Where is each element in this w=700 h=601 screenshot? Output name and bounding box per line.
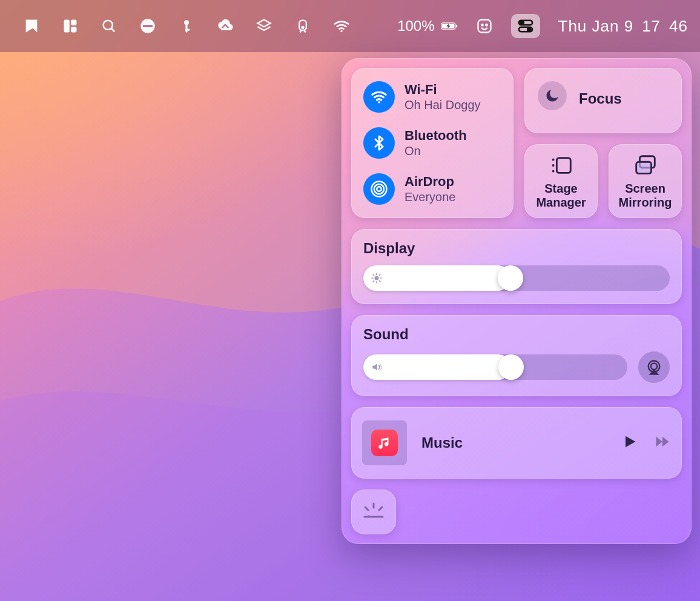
svg-point-25 <box>374 184 384 194</box>
screen-mirroring-button[interactable]: ScreenMirroring <box>609 144 682 218</box>
svg-point-28 <box>552 164 554 167</box>
sound-slider[interactable] <box>363 354 627 380</box>
stage-manager-button[interactable]: StageManager <box>524 144 598 218</box>
cloud-arrow-icon[interactable] <box>217 18 234 35</box>
brightness-icon <box>371 272 383 284</box>
screen-mirroring-icon <box>633 153 658 178</box>
menu-bar: 100% Thu Jan 9 17 46 <box>0 0 700 52</box>
battery-percent: 100% <box>397 18 434 35</box>
svg-point-18 <box>486 24 487 26</box>
svg-rect-1 <box>71 20 76 25</box>
svg-line-46 <box>379 507 382 510</box>
sound-label: Sound <box>363 326 670 343</box>
menu-date: Thu Jan 9 <box>558 17 634 36</box>
keyboard-brightness-icon <box>360 499 387 525</box>
search-icon[interactable] <box>101 18 117 35</box>
svg-line-41 <box>379 274 380 276</box>
svg-rect-30 <box>556 158 570 173</box>
airplay-icon <box>646 359 662 376</box>
focus-label: Focus <box>579 90 622 107</box>
svg-point-17 <box>481 24 483 26</box>
svg-point-20 <box>520 21 523 24</box>
wifi-title: Wi-Fi <box>404 82 481 98</box>
bluetooth-icon <box>363 127 395 159</box>
bluetooth-title: Bluetooth <box>404 128 467 144</box>
wifi-icon <box>363 81 395 113</box>
svg-point-22 <box>527 28 530 31</box>
svg-point-11 <box>302 27 303 28</box>
svg-point-24 <box>377 187 381 191</box>
mirror-label2: Mirroring <box>619 196 672 209</box>
focus-card[interactable]: Focus <box>524 68 682 133</box>
music-card[interactable]: Music <box>351 407 682 479</box>
stage-manager-icon <box>549 153 574 178</box>
svg-point-33 <box>375 276 378 279</box>
control-center-icon[interactable] <box>511 14 540 38</box>
wifi-network: Oh Hai Doggy <box>404 98 481 112</box>
wifi-toggle[interactable]: Wi-Fi Oh Hai Doggy <box>356 76 509 118</box>
wifi-icon[interactable] <box>333 18 350 35</box>
layers-icon[interactable] <box>256 18 272 35</box>
svg-point-27 <box>552 159 554 161</box>
svg-point-23 <box>378 101 380 104</box>
control-center-panel: Wi-Fi Oh Hai Doggy Bluetooth On AirDro <box>342 58 692 544</box>
tram-icon[interactable] <box>294 18 311 35</box>
svg-rect-6 <box>143 25 153 27</box>
menuextra-shape-icon[interactable] <box>23 18 40 35</box>
dnd-icon[interactable] <box>139 18 156 35</box>
svg-rect-32 <box>636 162 651 173</box>
svg-rect-14 <box>456 25 457 28</box>
connectivity-card: Wi-Fi Oh Hai Doggy Bluetooth On AirDro <box>351 68 513 218</box>
menu-hours: 17 <box>642 17 661 36</box>
airplay-audio-button[interactable] <box>638 351 670 383</box>
music-title: Music <box>421 434 607 451</box>
battery-status[interactable]: 100% <box>397 18 457 35</box>
svg-rect-2 <box>71 27 76 32</box>
menu-clock[interactable]: Thu Jan 9 17 46 <box>558 17 688 36</box>
airdrop-status: Everyone <box>404 190 456 204</box>
airdrop-icon <box>363 173 395 205</box>
stage-label2: Manager <box>536 196 586 209</box>
display-slider[interactable] <box>363 265 670 291</box>
airdrop-toggle[interactable]: AirDrop Everyone <box>356 168 509 210</box>
svg-line-4 <box>111 28 115 32</box>
svg-point-3 <box>104 21 113 30</box>
svg-point-29 <box>552 170 554 173</box>
key-icon[interactable] <box>178 18 195 35</box>
menu-minutes: 46 <box>669 17 688 36</box>
music-artwork <box>362 420 407 465</box>
airdrop-title: AirDrop <box>404 174 456 190</box>
sound-card: Sound <box>351 315 682 396</box>
svg-line-40 <box>373 281 374 282</box>
music-app-icon <box>371 430 398 456</box>
keyboard-brightness-button[interactable] <box>351 490 396 534</box>
mirror-label1: Screen <box>625 182 665 195</box>
svg-line-38 <box>373 274 374 276</box>
menuextra-grid-icon[interactable] <box>62 18 79 35</box>
display-label: Display <box>363 240 670 257</box>
face-icon[interactable] <box>476 18 493 35</box>
bluetooth-toggle[interactable]: Bluetooth On <box>356 122 509 164</box>
svg-line-39 <box>379 281 380 282</box>
display-card: Display <box>351 229 682 304</box>
forward-button[interactable] <box>654 433 671 453</box>
moon-icon <box>538 81 567 110</box>
speaker-icon <box>371 361 383 373</box>
svg-point-43 <box>651 364 658 370</box>
bluetooth-status: On <box>404 144 467 158</box>
svg-point-12 <box>340 30 342 32</box>
stage-label1: Stage <box>544 182 577 195</box>
svg-rect-9 <box>185 29 190 31</box>
play-button[interactable] <box>621 433 638 453</box>
svg-rect-0 <box>64 20 70 33</box>
svg-line-45 <box>365 507 368 510</box>
svg-rect-16 <box>478 20 490 33</box>
svg-rect-8 <box>185 24 187 33</box>
